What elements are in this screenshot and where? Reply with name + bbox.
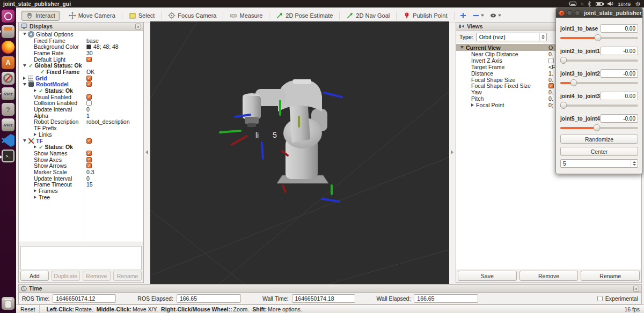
remove-button[interactable]: Remove [83,271,111,281]
3d-viewport[interactable]: li 5 [150,21,449,284]
checkbox-unchecked[interactable] [548,58,554,63]
property-row[interactable]: Grid✓ [19,75,143,81]
tool-publish-point[interactable]: Publish Point [399,11,451,21]
reset-button[interactable]: Reset [20,305,40,313]
tool-2d-pose-estimate[interactable]: 2D Pose Estimate [272,11,337,21]
center-button[interactable]: Center [560,147,638,156]
collapsed-arrow-icon[interactable] [23,77,26,80]
property-row[interactable]: Show Axes✓ [19,156,143,163]
panel-collapse-arrow-left[interactable] [145,150,148,154]
joint-slider-joint3-to-joint2[interactable] [560,79,638,86]
property-row[interactable]: ✓Global Status: Ok [19,62,143,69]
joint-value-field[interactable]: -0.00 [601,114,638,123]
property-row[interactable]: Frame Rate30 [19,50,143,56]
property-row[interactable]: Update Interval0 [19,106,143,113]
remove-tool-button[interactable] [470,11,487,20]
collapsed-arrow-icon[interactable] [34,133,36,136]
maximize-button[interactable] [575,10,581,16]
launcher-item-rviz[interactable]: RViz [2,87,14,100]
joint-slider-joint1-to-base[interactable] [560,34,638,41]
checkbox-checked[interactable]: ✓ [86,163,92,168]
experimental-checkbox[interactable] [597,296,603,301]
keyboard-icon[interactable] [569,2,576,6]
close-button[interactable]: x [559,10,565,16]
property-row[interactable]: Frame Timeout15 [19,182,143,188]
checkbox-checked[interactable]: ✓ [86,94,92,100]
slider-handle[interactable] [560,102,567,109]
tool-measure[interactable]: Measure [225,11,267,21]
launcher-item-files[interactable] [2,25,14,38]
tool-focus-camera[interactable]: Focus Camera [164,11,221,21]
joint-slider-joint5-to-joint4[interactable] [560,124,638,131]
launcher-item-ubuntu[interactable] [2,10,14,23]
launcher-item-vscode[interactable] [2,134,14,147]
session-icon[interactable] [635,1,641,7]
panel-collapse-arrow-right[interactable] [451,150,453,154]
slider-handle[interactable] [560,57,567,64]
time-field-value[interactable]: 1646650174.12 [53,294,116,303]
expanded-arrow-icon[interactable] [23,139,26,142]
time-field-value[interactable]: 166.65 [177,294,241,303]
launcher-item-firefox[interactable] [2,41,14,54]
collapsed-arrow-icon[interactable] [34,189,36,192]
expanded-arrow-icon[interactable] [23,64,26,67]
view-type-combo[interactable]: Orbit (rviz) [476,33,547,41]
joint-value-field[interactable]: 0.00 [601,92,638,100]
property-row[interactable]: Collision Enabled [19,100,143,107]
property-row[interactable]: RobotModel✓ [19,81,143,88]
displays-close-icon[interactable]: x [135,24,141,29]
time-field-value[interactable]: 166.65 [414,294,478,303]
property-row[interactable]: Frames [19,188,143,194]
tool-move-camera[interactable]: Move Camera [64,11,120,21]
joint-value-field[interactable]: -0.00 [601,69,638,78]
slider-handle[interactable] [594,124,601,131]
collapsed-arrow-icon[interactable] [34,89,36,92]
network-icon[interactable]: ↑↓ [581,1,583,6]
checkbox-checked[interactable]: ✓ [86,81,92,87]
launcher-item-trash[interactable] [2,297,14,310]
slider-handle[interactable] [594,34,601,41]
time-close-icon[interactable]: x [633,286,639,292]
launcher-item-software[interactable]: A [2,56,14,69]
joint-slider-joint4-to-joint3[interactable] [560,102,638,109]
combo-spinner-icon[interactable] [539,33,546,41]
property-row[interactable]: Tree [19,194,143,200]
property-row[interactable]: ✓Status: Ok [19,144,143,150]
time-field-value[interactable]: 1646650174.18 [292,294,355,303]
add-button[interactable]: Add [20,271,49,281]
launcher-item-help[interactable]: ? [2,103,14,116]
remove-button[interactable]: Remove [519,271,579,281]
expanded-arrow-icon[interactable] [23,83,26,86]
steps-spinbox[interactable]: 5 [560,159,638,168]
property-row[interactable]: ✓Fixed FrameOK [19,69,143,75]
collapsed-arrow-icon[interactable] [34,145,36,148]
joint-value-field[interactable]: 0.00 [601,24,638,33]
tool-properties-button[interactable] [487,11,504,20]
checkbox-checked[interactable]: ✓ [86,57,92,62]
property-row[interactable]: Show Names✓ [19,150,143,156]
expanded-arrow-icon[interactable] [460,46,464,49]
checkbox-unchecked[interactable] [86,100,92,106]
property-row[interactable]: Robot Descriptionrobot_description [19,119,143,125]
joint-window-titlebar[interactable]: x joint_state_publisher_gui [556,8,642,18]
property-row[interactable]: TF✓ [19,138,143,144]
launcher-item-rviz-2[interactable]: RViz [2,118,14,131]
property-row[interactable]: Links [19,131,143,138]
property-row[interactable]: Alpha1 [19,113,143,119]
joint-slider-joint2-to-joint1[interactable] [560,57,638,64]
tool-select[interactable]: Select [125,11,159,21]
property-row[interactable]: Fixed Framebase [19,38,143,44]
checkbox-checked[interactable]: ✓ [86,151,92,156]
slider-handle[interactable] [570,79,577,86]
launcher-item-settings[interactable] [2,72,14,85]
save-button[interactable]: Save [458,271,517,281]
minimize-button[interactable] [567,10,573,16]
collapsed-arrow-icon[interactable] [34,196,36,199]
property-row[interactable]: Update Interval0 [19,175,143,182]
bluetooth-icon[interactable] [587,1,591,7]
expanded-arrow-icon[interactable] [23,33,26,35]
property-row[interactable]: Visual Enabled✓ [19,94,143,100]
checkbox-checked[interactable]: ✓ [86,157,92,162]
tool-2d-nav-goal[interactable]: 2D Nav Goal [342,11,394,21]
rename-button[interactable]: Rename [581,271,640,281]
